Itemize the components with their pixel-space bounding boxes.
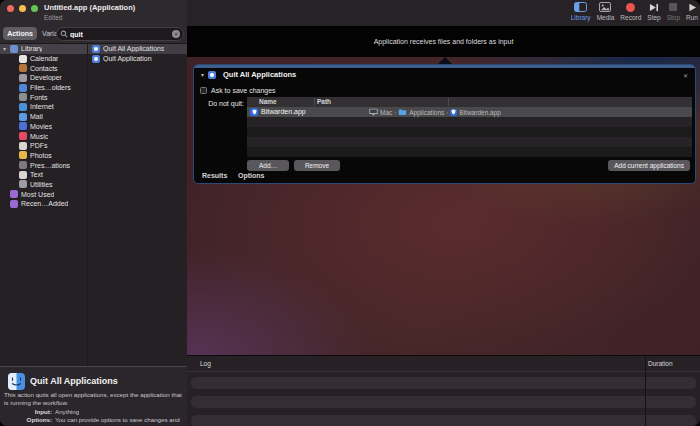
sidebar-item-label: Files…olders: [30, 84, 71, 91]
column-divider: [314, 98, 315, 106]
sidebar-item-pdfs[interactable]: PDFs: [0, 141, 87, 151]
log-column-header: Log: [200, 360, 211, 367]
table-header: Name Path: [247, 97, 692, 107]
search-input[interactable]: [70, 31, 170, 38]
do-not-quit-table: Name Path Bitwarden.app Mac›Applications…: [247, 97, 692, 157]
toolbar-button-label: Record: [620, 14, 641, 21]
quit-action-icon: [208, 71, 216, 79]
stop-icon: [669, 1, 677, 13]
actions-search-results: Quit All ApplicationsQuit Application: [88, 44, 187, 63]
action-card-title: Quit All Applications: [223, 70, 296, 79]
add-current-applications-button[interactable]: Add current applications: [608, 160, 690, 171]
toolbar-button-media[interactable]: Media: [597, 1, 615, 21]
sidebar-item-photos[interactable]: Photos: [0, 151, 87, 161]
text-icon: [19, 171, 27, 179]
sidebar-item-label: Music: [30, 133, 48, 140]
toolbar-button-library[interactable]: Library: [571, 1, 591, 21]
table-empty-row: [247, 117, 692, 127]
sidebar-item-label: Movies: [30, 123, 52, 130]
sidebar-item-fonts[interactable]: Fonts: [0, 92, 87, 102]
automator-window: Untitled.app (Application) Edited Action…: [0, 0, 700, 426]
disclosure-triangle-icon[interactable]: ▾: [3, 45, 10, 52]
bitwarden-icon: [450, 109, 457, 116]
calendar-icon: [19, 55, 27, 63]
action-item-quit-all-applications[interactable]: Quit All Applications: [88, 44, 187, 54]
tab-options[interactable]: Options: [238, 172, 264, 179]
contacts-icon: [19, 64, 27, 72]
path-separator-icon: ›: [446, 109, 448, 115]
record-icon: [626, 1, 635, 13]
log-column-divider: [645, 356, 646, 426]
do-not-quit-label: Do not quit:: [194, 100, 244, 107]
sidebar-item-library[interactable]: ▾Library: [0, 44, 87, 54]
library-panel: Untitled.app (Application) Edited Action…: [0, 0, 187, 426]
sidebar-item-recen-added[interactable]: Recen…Added: [0, 199, 87, 209]
sidebar-item-files-olders[interactable]: Files…olders: [0, 83, 87, 93]
toolbar-button-run[interactable]: Run: [686, 1, 698, 21]
toolbar-button-record[interactable]: Record: [620, 1, 641, 21]
toolbar-button-stop[interactable]: Stop: [667, 1, 680, 21]
action-item-quit-application[interactable]: Quit Application: [88, 54, 187, 64]
sidebar-item-movies[interactable]: Movies: [0, 122, 87, 132]
table-row[interactable]: Bitwarden.app Mac›Applications›Bitwarden…: [247, 107, 692, 117]
presentations-icon: [19, 161, 27, 169]
sidebar-item-label: Developer: [30, 74, 62, 81]
add-button[interactable]: Add…: [247, 160, 289, 171]
sidebar-item-label: Photos: [30, 152, 52, 159]
action-item-label: Quit All Applications: [103, 45, 164, 52]
sidebar-item-mail[interactable]: Mail: [0, 112, 87, 122]
ask-to-save-checkbox[interactable]: [200, 87, 207, 94]
zoom-window-button[interactable]: [31, 5, 38, 12]
minimize-window-button[interactable]: [19, 5, 26, 12]
sidebar-item-label: Most Used: [21, 191, 54, 198]
utilities-icon: [19, 180, 27, 188]
column-divider: [448, 98, 449, 106]
close-window-button[interactable]: [7, 5, 14, 12]
library-panel-icon: [574, 1, 587, 13]
sidebar-item-pres-ations[interactable]: Pres…ations: [0, 160, 87, 170]
window-edited-status: Edited: [44, 14, 62, 21]
close-action-icon[interactable]: ✕: [683, 72, 688, 79]
sidebar-item-developer[interactable]: Developer: [0, 73, 87, 83]
fonts-icon: [19, 93, 27, 101]
tab-actions[interactable]: Actions: [3, 27, 37, 40]
path-separator-icon: ›: [394, 109, 396, 115]
sidebar-item-calendar[interactable]: Calendar: [0, 54, 87, 64]
search-field[interactable]: ✕: [56, 27, 184, 41]
column-divider: [87, 44, 88, 366]
table-cell-path: Mac›Applications›Bitwarden.app: [369, 107, 501, 117]
sidebar-item-contacts[interactable]: Contacts: [0, 63, 87, 73]
toolbar-button-label: Library: [571, 14, 591, 21]
clear-search-icon[interactable]: ✕: [172, 30, 180, 38]
action-card-quit-all-applications[interactable]: ▾ Quit All Applications ✕ Ask to save ch…: [193, 64, 696, 184]
options-label: Options:: [0, 416, 52, 424]
disclosure-triangle-icon[interactable]: ▾: [201, 71, 204, 78]
bitwarden-icon: [250, 108, 258, 116]
path-segment-label: Mac: [380, 109, 392, 116]
description-title: Quit All Applications: [30, 376, 118, 386]
column-header-path[interactable]: Path: [317, 97, 331, 107]
path-segment-label: Applications: [409, 109, 444, 116]
sidebar-item-label: Library: [21, 45, 42, 52]
toolbar-button-label: Stop: [667, 14, 680, 21]
remove-button[interactable]: Remove: [294, 160, 340, 171]
column-header-name[interactable]: Name: [259, 97, 277, 107]
workflow-canvas: ▾ Quit All Applications ✕ Ask to save ch…: [187, 57, 700, 355]
sidebar-item-most-used[interactable]: Most Used: [0, 189, 87, 199]
workflow-area: LibraryMediaRecordStepStopRun Applicatio…: [187, 0, 700, 426]
library-category-list: ▾LibraryCalendarContactsDeveloperFiles…o…: [0, 44, 87, 209]
quit-action-icon: [92, 45, 100, 53]
run-icon: [688, 1, 697, 13]
sidebar-item-label: Contacts: [30, 65, 58, 72]
sidebar-item-text[interactable]: Text: [0, 170, 87, 180]
bitwarden-icon: [450, 109, 457, 116]
smart-folder-icon: [10, 190, 18, 198]
sidebar-item-internet[interactable]: Internet: [0, 102, 87, 112]
sidebar-item-label: Internet: [30, 103, 54, 110]
toolbar-buttons: LibraryMediaRecordStepStopRun: [571, 1, 698, 21]
sidebar-item-utilities[interactable]: Utilities: [0, 180, 87, 190]
tab-results[interactable]: Results: [202, 172, 227, 179]
log-header-divider: [187, 371, 700, 372]
toolbar-button-step[interactable]: Step: [647, 1, 660, 21]
sidebar-item-music[interactable]: Music: [0, 131, 87, 141]
